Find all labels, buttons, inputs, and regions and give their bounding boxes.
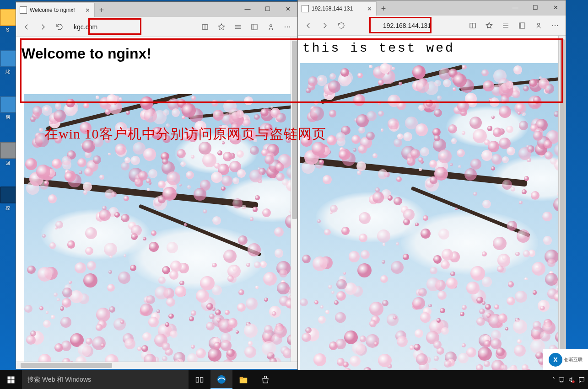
- more-button[interactable]: ···: [282, 22, 292, 32]
- window-minimize-button[interactable]: —: [237, 2, 258, 16]
- page-heading: Welcome to nginx!: [22, 45, 292, 62]
- watermark-logo: X创新互联: [543, 349, 588, 370]
- taskbar: 搜索 Web 和 Windows ˄: [0, 370, 588, 389]
- tray-volume-icon[interactable]: [568, 376, 575, 384]
- task-view-button[interactable]: [189, 370, 210, 389]
- svg-rect-6: [8, 376, 11, 379]
- hub-icon[interactable]: [501, 21, 511, 31]
- taskbar-app-explorer[interactable]: [232, 370, 254, 389]
- share-icon[interactable]: [534, 21, 544, 31]
- window-close-button[interactable]: ✕: [278, 2, 298, 16]
- page-content: this is test wed: [298, 36, 566, 370]
- svg-rect-1: [252, 24, 257, 30]
- browser-toolbar: kgc.com ···: [16, 17, 298, 37]
- svg-point-2: [270, 24, 272, 27]
- webnote-icon[interactable]: [517, 21, 527, 31]
- horizontal-scrollbar[interactable]: [16, 362, 298, 369]
- tab-bar: Welcome to nginx! ✕ + — ☐ ✕: [16, 2, 298, 17]
- system-tray[interactable]: ˄: [550, 370, 588, 389]
- window-minimize-button[interactable]: —: [505, 0, 525, 14]
- forward-button[interactable]: [320, 21, 330, 31]
- vertical-scrollbar[interactable]: [558, 36, 566, 370]
- desktop-icon[interactable]: 回: [0, 142, 15, 166]
- more-button[interactable]: ···: [550, 21, 560, 31]
- tab-close-icon[interactable]: ✕: [84, 7, 91, 14]
- window-maximize-button[interactable]: ☐: [258, 2, 278, 16]
- svg-rect-4: [519, 23, 525, 28]
- vertical-scrollbar[interactable]: [291, 37, 298, 362]
- svg-rect-7: [11, 376, 15, 379]
- reading-view-icon[interactable]: [468, 21, 478, 31]
- webnote-icon[interactable]: [249, 22, 259, 32]
- annotation-text: 在win 10客户机中分别访问原网页与盗链网页: [44, 125, 326, 144]
- taskbar-app-store[interactable]: [254, 370, 276, 389]
- svg-rect-11: [200, 378, 203, 382]
- scrollbar-thumb[interactable]: [21, 363, 112, 368]
- tray-chevron-icon[interactable]: ˄: [552, 377, 555, 383]
- tray-notifications-icon[interactable]: [578, 376, 585, 384]
- back-button[interactable]: [22, 22, 32, 32]
- refresh-button[interactable]: [336, 21, 346, 31]
- url-text: kgc.com: [74, 23, 97, 31]
- hub-icon[interactable]: [233, 22, 243, 32]
- desktop-icon[interactable]: 此: [0, 50, 15, 75]
- scrollbar-thumb[interactable]: [560, 39, 565, 368]
- page-heading: this is test wed: [302, 41, 554, 55]
- svg-rect-15: [559, 378, 564, 381]
- browser-tab[interactable]: 192.168.144.131 ✕: [298, 1, 377, 16]
- svg-rect-8: [8, 380, 11, 383]
- new-tab-button[interactable]: +: [377, 2, 390, 16]
- svg-rect-10: [196, 378, 199, 382]
- back-button[interactable]: [303, 21, 313, 31]
- favorite-icon[interactable]: [216, 22, 227, 32]
- reading-view-icon[interactable]: [200, 22, 210, 32]
- tab-title: Welcome to nginx!: [30, 7, 75, 13]
- address-bar[interactable]: 192.168.144.131: [353, 19, 461, 32]
- page-content: Welcome to nginx!: [16, 37, 298, 369]
- browser-tab[interactable]: Welcome to nginx! ✕: [16, 3, 95, 17]
- tab-bar: 192.168.144.131 ✕ + — ☐ ✕: [298, 0, 566, 16]
- svg-rect-14: [240, 377, 243, 378]
- desktop-icon[interactable]: S: [0, 9, 15, 32]
- svg-point-5: [538, 23, 540, 25]
- taskbar-search[interactable]: 搜索 Web 和 Windows: [22, 370, 189, 389]
- page-icon: [20, 6, 27, 14]
- share-icon[interactable]: [266, 22, 276, 32]
- page-icon: [302, 5, 309, 12]
- search-placeholder: 搜索 Web 和 Windows: [27, 376, 91, 384]
- desktop-icon[interactable]: 网: [0, 96, 15, 121]
- tray-network-icon[interactable]: [558, 376, 565, 384]
- window-close-button[interactable]: ✕: [545, 0, 566, 14]
- browser-toolbar: 192.168.144.131 ···: [298, 16, 566, 36]
- address-bar[interactable]: kgc.com: [71, 21, 194, 33]
- url-text: 192.168.144.131: [383, 22, 431, 29]
- new-tab-button[interactable]: +: [95, 3, 108, 17]
- taskbar-app-edge[interactable]: [210, 370, 232, 389]
- svg-rect-16: [561, 381, 562, 382]
- svg-rect-9: [11, 380, 15, 383]
- desktop-icon[interactable]: 控: [0, 187, 15, 211]
- svg-point-17: [572, 380, 574, 383]
- window-maximize-button[interactable]: ☐: [525, 0, 545, 14]
- forward-button[interactable]: [38, 22, 48, 32]
- tab-title: 192.168.144.131: [312, 5, 353, 12]
- browser-window-left: Welcome to nginx! ✕ + — ☐ ✕ kgc.com ··· …: [16, 1, 298, 369]
- start-button[interactable]: [0, 370, 22, 389]
- tab-close-icon[interactable]: ✕: [366, 5, 372, 12]
- browser-window-right: 192.168.144.131 ✕ + — ☐ ✕ 192.168.144.13…: [297, 0, 566, 371]
- page-image: [300, 63, 566, 370]
- favorite-icon[interactable]: [484, 21, 494, 31]
- refresh-button[interactable]: [54, 22, 65, 32]
